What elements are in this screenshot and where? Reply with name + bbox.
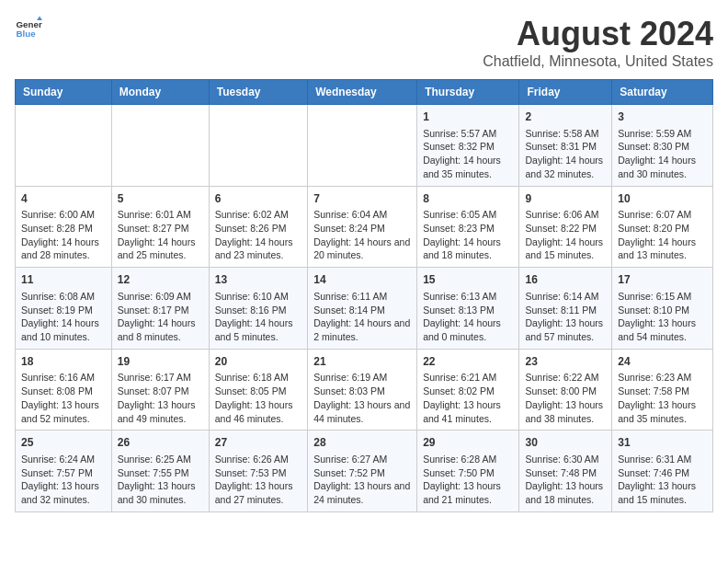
day-cell: 14Sunrise: 6:11 AMSunset: 8:14 PMDayligh… — [308, 268, 417, 350]
day-number: 24 — [618, 354, 707, 370]
day-info: Daylight: 13 hours and 46 minutes. — [215, 398, 301, 425]
day-cell — [111, 105, 209, 187]
day-info: Sunrise: 6:11 AM — [313, 290, 411, 304]
calendar-header: SundayMondayTuesdayWednesdayThursdayFrid… — [16, 80, 713, 105]
day-info: Sunset: 8:16 PM — [215, 304, 301, 317]
day-info: Daylight: 13 hours and 38 minutes. — [525, 398, 606, 425]
day-info: Daylight: 13 hours and 52 minutes. — [21, 398, 106, 425]
day-cell: 22Sunrise: 6:21 AMSunset: 8:02 PMDayligh… — [417, 349, 519, 431]
day-number: 17 — [618, 272, 707, 288]
day-number: 20 — [215, 354, 301, 370]
day-info: Sunset: 8:26 PM — [215, 222, 301, 236]
day-info: Daylight: 14 hours and 0 minutes. — [423, 316, 513, 343]
day-number: 28 — [313, 435, 411, 451]
day-info: Daylight: 14 hours and 20 minutes. — [313, 236, 411, 262]
day-info: Daylight: 14 hours and 10 minutes. — [21, 316, 106, 343]
day-cell: 30Sunrise: 6:30 AMSunset: 7:48 PMDayligh… — [519, 431, 612, 512]
day-cell: 15Sunrise: 6:13 AMSunset: 8:13 PMDayligh… — [417, 268, 519, 350]
day-info: Sunset: 8:00 PM — [525, 385, 606, 398]
day-info: Sunrise: 6:13 AM — [423, 290, 513, 304]
day-cell — [16, 105, 112, 187]
day-number: 30 — [525, 435, 606, 451]
day-info: Sunrise: 6:24 AM — [21, 453, 106, 466]
day-cell: 7Sunrise: 6:04 AMSunset: 8:24 PMDaylight… — [308, 186, 417, 268]
day-cell: 28Sunrise: 6:27 AMSunset: 7:52 PMDayligh… — [308, 431, 417, 512]
day-info: Daylight: 13 hours and 24 minutes. — [313, 479, 411, 506]
day-number: 22 — [423, 354, 513, 370]
day-info: Sunset: 8:11 PM — [525, 304, 606, 317]
day-info: Sunset: 8:24 PM — [313, 222, 411, 236]
main-title: August 2024 — [483, 15, 713, 53]
day-number: 25 — [21, 435, 106, 451]
day-info: Sunset: 8:30 PM — [618, 140, 707, 154]
day-info: Sunset: 7:55 PM — [118, 466, 203, 480]
week-row-4: 18Sunrise: 6:16 AMSunset: 8:08 PMDayligh… — [16, 349, 713, 431]
day-info: Daylight: 13 hours and 41 minutes. — [423, 398, 513, 425]
header: General Blue August 2024 Chatfield, Minn… — [15, 15, 713, 70]
day-cell: 11Sunrise: 6:08 AMSunset: 8:19 PMDayligh… — [16, 268, 112, 350]
day-info: Daylight: 13 hours and 54 minutes. — [618, 316, 707, 343]
day-info: Daylight: 14 hours and 23 minutes. — [215, 236, 301, 262]
day-info: Sunset: 8:14 PM — [313, 304, 411, 317]
day-info: Daylight: 13 hours and 15 minutes. — [618, 479, 707, 506]
day-cell: 5Sunrise: 6:01 AMSunset: 8:27 PMDaylight… — [111, 186, 209, 268]
day-number: 7 — [313, 191, 411, 207]
day-info: Sunrise: 6:21 AM — [423, 371, 513, 385]
header-cell-sunday: Sunday — [16, 80, 112, 105]
day-info: Sunset: 7:57 PM — [21, 466, 106, 480]
day-info: Sunrise: 5:59 AM — [618, 127, 707, 141]
day-info: Sunset: 7:46 PM — [618, 466, 707, 480]
header-cell-thursday: Thursday — [417, 80, 519, 105]
week-row-1: 1Sunrise: 5:57 AMSunset: 8:32 PMDaylight… — [16, 105, 713, 187]
day-number: 3 — [618, 109, 707, 125]
day-info: Sunrise: 6:01 AM — [118, 208, 203, 222]
day-number: 16 — [525, 272, 606, 288]
day-info: Sunrise: 6:15 AM — [618, 290, 707, 304]
day-info: Sunrise: 6:02 AM — [215, 208, 301, 222]
day-info: Daylight: 13 hours and 44 minutes. — [313, 398, 411, 425]
day-info: Daylight: 14 hours and 5 minutes. — [215, 316, 301, 343]
day-number: 18 — [21, 354, 106, 370]
day-number: 31 — [618, 435, 707, 451]
day-cell: 21Sunrise: 6:19 AMSunset: 8:03 PMDayligh… — [308, 349, 417, 431]
day-number: 4 — [21, 191, 106, 207]
day-cell: 24Sunrise: 6:23 AMSunset: 7:58 PMDayligh… — [612, 349, 713, 431]
day-number: 23 — [525, 354, 606, 370]
week-row-5: 25Sunrise: 6:24 AMSunset: 7:57 PMDayligh… — [16, 431, 713, 512]
day-info: Sunset: 8:32 PM — [423, 140, 513, 154]
header-cell-friday: Friday — [519, 80, 612, 105]
day-cell: 26Sunrise: 6:25 AMSunset: 7:55 PMDayligh… — [111, 431, 209, 512]
day-info: Daylight: 14 hours and 15 minutes. — [525, 236, 606, 262]
day-cell: 27Sunrise: 6:26 AMSunset: 7:53 PMDayligh… — [209, 431, 307, 512]
header-cell-saturday: Saturday — [612, 80, 713, 105]
header-cell-tuesday: Tuesday — [209, 80, 307, 105]
day-number: 1 — [423, 109, 513, 125]
day-number: 2 — [525, 109, 606, 125]
subtitle: Chatfield, Minnesota, United States — [483, 53, 713, 70]
day-info: Daylight: 14 hours and 35 minutes. — [423, 154, 513, 180]
day-info: Daylight: 13 hours and 57 minutes. — [525, 316, 606, 343]
day-info: Daylight: 14 hours and 18 minutes. — [423, 236, 513, 262]
day-cell: 10Sunrise: 6:07 AMSunset: 8:20 PMDayligh… — [612, 186, 713, 268]
day-info: Daylight: 14 hours and 25 minutes. — [118, 236, 203, 262]
day-info: Sunrise: 6:05 AM — [423, 208, 513, 222]
title-block: August 2024 Chatfield, Minnesota, United… — [483, 15, 713, 70]
day-info: Sunset: 7:50 PM — [423, 466, 513, 480]
day-cell: 31Sunrise: 6:31 AMSunset: 7:46 PMDayligh… — [612, 431, 713, 512]
day-info: Daylight: 14 hours and 28 minutes. — [21, 236, 106, 262]
day-info: Sunset: 8:08 PM — [21, 385, 106, 398]
day-info: Sunrise: 6:16 AM — [21, 371, 106, 385]
day-info: Sunset: 8:20 PM — [618, 222, 707, 236]
svg-text:Blue: Blue — [17, 29, 37, 39]
logo: General Blue — [15, 15, 42, 42]
day-info: Sunset: 7:52 PM — [313, 466, 411, 480]
day-info: Sunrise: 6:22 AM — [525, 371, 606, 385]
day-info: Sunset: 8:31 PM — [525, 140, 606, 154]
day-info: Sunrise: 6:09 AM — [118, 290, 203, 304]
header-cell-monday: Monday — [111, 80, 209, 105]
week-row-3: 11Sunrise: 6:08 AMSunset: 8:19 PMDayligh… — [16, 268, 713, 350]
day-info: Sunrise: 6:25 AM — [118, 453, 203, 466]
svg-marker-2 — [37, 17, 42, 21]
day-info: Sunrise: 6:26 AM — [215, 453, 301, 466]
calendar-body: 1Sunrise: 5:57 AMSunset: 8:32 PMDaylight… — [16, 105, 713, 512]
